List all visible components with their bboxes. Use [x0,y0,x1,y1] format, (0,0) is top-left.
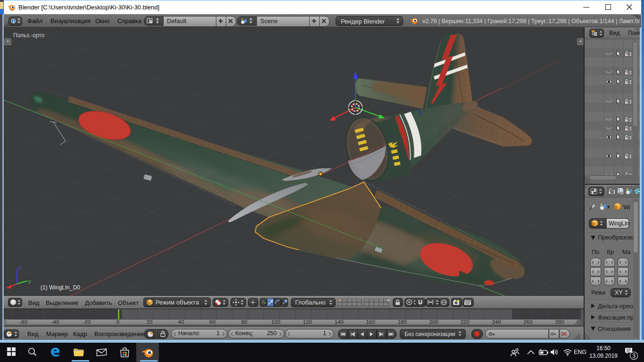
svg-text:y: y [28,278,31,284]
svg-text:3: 3 [632,353,636,359]
svg-text:z: z [18,265,21,271]
